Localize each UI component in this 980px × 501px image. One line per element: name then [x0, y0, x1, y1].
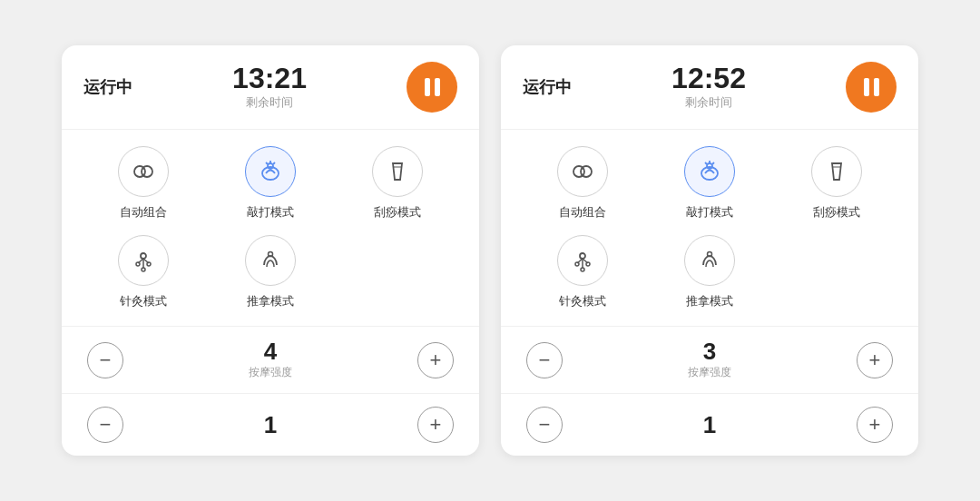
time-block-1: 13:21 剩余时间: [232, 64, 307, 111]
mode-tapping-icon-1: [245, 146, 296, 197]
svg-line-5: [266, 162, 268, 164]
increase-strength-btn-2[interactable]: +: [857, 342, 893, 378]
mode-acupuncture-1[interactable]: 针灸模式: [83, 235, 203, 309]
increase-strength-btn-1[interactable]: +: [417, 342, 454, 378]
decrease-bottom-btn-2[interactable]: −: [526, 407, 563, 443]
svg-point-19: [707, 163, 712, 169]
panels-wrapper: 运行中 13:21 剩余时间: [44, 27, 936, 474]
mode-massage-label-1: 推拿模式: [247, 293, 294, 309]
strength-section-2: − 3 按摩强度 +: [501, 327, 918, 394]
mode-massage-icon-1: [245, 235, 296, 286]
decrease-strength-btn-1[interactable]: −: [87, 342, 123, 378]
strength-center-2: 3 按摩强度: [688, 339, 731, 380]
bottom-center-1: 1: [264, 413, 277, 437]
time-value-2: 12:52: [671, 64, 746, 93]
decrease-strength-btn-2[interactable]: −: [526, 342, 563, 378]
status-text-1: 运行中: [83, 76, 132, 98]
mode-tapping-icon-2: [684, 146, 735, 197]
mode-tapping-2[interactable]: 敲打模式: [650, 146, 769, 221]
svg-point-13: [147, 262, 151, 266]
svg-point-15: [269, 252, 273, 257]
strength-value-2: 3: [688, 339, 731, 363]
mode-massage-2[interactable]: 推拿模式: [650, 235, 769, 309]
modes-grid-row2-1: 针灸模式 推拿模式: [83, 235, 457, 309]
mode-auto-1[interactable]: 自动组合: [83, 146, 203, 221]
mode-acupuncture-label-1: 针灸模式: [120, 293, 167, 309]
mode-auto-icon-2: [557, 146, 608, 197]
mode-massage-1[interactable]: 推拿模式: [211, 235, 330, 309]
bottom-value-1: 1: [264, 413, 277, 437]
mode-scraping-label-1: 刮痧模式: [374, 204, 421, 221]
modes-section-1: 自动组合 敲打模式: [62, 130, 479, 327]
svg-point-31: [708, 252, 712, 257]
modes-grid-row1-1: 自动组合 敲打模式: [83, 146, 457, 221]
modes-section-2: 自动组合 敲打模式: [501, 130, 918, 327]
svg-point-30: [581, 268, 584, 271]
status-bar-1: 运行中 13:21 剩余时间: [62, 45, 479, 130]
strength-center-1: 4 按摩强度: [249, 339, 292, 380]
mode-acupuncture-2[interactable]: 针灸模式: [523, 235, 642, 309]
svg-line-22: [712, 162, 714, 164]
strength-label-2: 按摩强度: [688, 365, 731, 380]
mode-scraping-2[interactable]: 刮痧模式: [777, 146, 897, 221]
svg-point-29: [586, 262, 590, 266]
svg-point-14: [142, 268, 145, 271]
bottom-center-2: 1: [703, 413, 716, 437]
svg-point-24: [580, 253, 585, 259]
svg-point-8: [141, 253, 146, 259]
increase-bottom-btn-2[interactable]: +: [857, 407, 893, 443]
svg-line-6: [273, 162, 275, 164]
bottom-section-1: − 1 +: [62, 394, 479, 456]
mode-tapping-1[interactable]: 敲打模式: [211, 146, 330, 221]
mode-massage-icon-2: [684, 235, 735, 286]
time-label-1: 剩余时间: [232, 94, 307, 111]
status-bar-2: 运行中 12:52 剩余时间: [501, 45, 918, 130]
pause-button-1[interactable]: [407, 62, 457, 113]
bottom-value-2: 1: [703, 413, 716, 437]
time-block-2: 12:52 剩余时间: [671, 64, 746, 111]
panel-2: 运行中 12:52 剩余时间: [501, 45, 918, 456]
increase-bottom-btn-1[interactable]: +: [417, 407, 454, 443]
panel-1: 运行中 13:21 剩余时间: [62, 45, 479, 456]
mode-auto-icon-1: [118, 146, 169, 197]
mode-acupuncture-label-2: 针灸模式: [559, 293, 606, 309]
mode-acupuncture-icon-1: [118, 235, 169, 286]
svg-line-21: [705, 162, 707, 164]
strength-section-1: − 4 按摩强度 +: [62, 327, 479, 394]
svg-point-1: [142, 166, 152, 177]
svg-point-3: [268, 163, 273, 169]
decrease-bottom-btn-1[interactable]: −: [87, 407, 123, 443]
svg-point-17: [581, 166, 592, 177]
mode-tapping-label-2: 敲打模式: [686, 204, 733, 221]
status-text-2: 运行中: [523, 76, 572, 98]
mode-auto-label-2: 自动组合: [559, 204, 606, 221]
pause-button-2[interactable]: [846, 62, 897, 113]
mode-scraping-1[interactable]: 刮痧模式: [338, 146, 457, 221]
svg-point-28: [575, 262, 579, 266]
mode-scraping-icon-2: [811, 146, 862, 197]
strength-value-1: 4: [249, 339, 292, 363]
mode-acupuncture-icon-2: [557, 235, 608, 286]
mode-scraping-icon-1: [372, 146, 423, 197]
mode-tapping-label-1: 敲打模式: [247, 204, 294, 221]
mode-auto-2[interactable]: 自动组合: [523, 146, 642, 221]
pause-icon-1: [425, 78, 440, 96]
time-label-2: 剩余时间: [671, 94, 746, 111]
strength-label-1: 按摩强度: [249, 365, 292, 380]
bottom-section-2: − 1 +: [501, 394, 918, 456]
mode-auto-label-1: 自动组合: [120, 204, 167, 221]
modes-grid-row1-2: 自动组合 敲打模式: [523, 146, 897, 221]
time-value-1: 13:21: [232, 64, 307, 93]
modes-grid-row2-2: 针灸模式 推拿模式: [523, 235, 897, 309]
pause-icon-2: [864, 78, 879, 96]
mode-massage-label-2: 推拿模式: [686, 293, 733, 309]
svg-point-12: [136, 262, 140, 266]
mode-scraping-label-2: 刮痧模式: [813, 204, 860, 221]
